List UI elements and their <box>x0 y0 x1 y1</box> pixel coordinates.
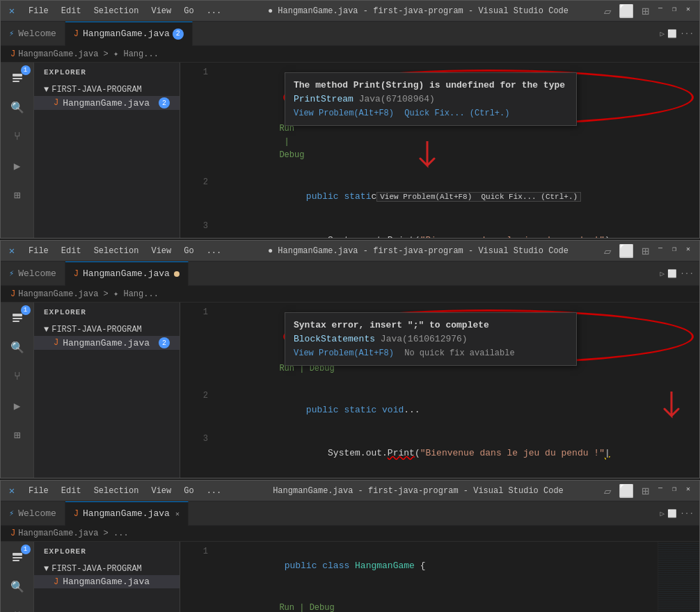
method-rest: cView Problem(Alt+F8) Quick Fix... (Ctrl… <box>371 191 581 202</box>
tab-welcome-1[interactable]: ⚡ Welcome <box>1 22 65 46</box>
editor-area-2[interactable]: 1 public class Hang... Run | Debug 2 <box>180 303 699 478</box>
editor-area-1[interactable]: 1 public class Hang... Run | Debug <box>180 63 699 238</box>
tab-hangman-3[interactable]: J HangmanGame.java ✕ <box>65 501 189 526</box>
menu-view[interactable]: View <box>145 5 177 17</box>
tab-hangman-1[interactable]: J HangmanGame.java 2 <box>65 22 193 46</box>
classname-3: HangmanGame <box>355 561 420 571</box>
editor-area-3[interactable]: 1 public class HangmanGame { Run | Debug… <box>180 542 699 612</box>
tooltip-links-2[interactable]: View Problem(Alt+F8) No quick fix availa… <box>294 347 568 360</box>
debug-hint-3[interactable]: Debug <box>310 603 335 612</box>
code-line-1-3: 3 System.out.Print("Bienvenue dans le je… <box>180 219 699 238</box>
menu-more-2[interactable]: ... <box>201 245 228 257</box>
maximize-button-2[interactable]: ❐ <box>669 243 680 255</box>
sidebar-item-hangman-3[interactable]: J HangmanGame.java <box>34 575 180 588</box>
debug-icon[interactable]: ▶ <box>7 156 28 177</box>
search-icon-3[interactable]: 🔍 <box>7 577 28 597</box>
sidebar-badge-2: 2 <box>159 337 170 348</box>
layout-icons-2: ▱ ⬜ ⊞ <box>604 243 649 259</box>
menu-bar-2[interactable]: File Edit Selection View Go ... <box>23 245 227 257</box>
more-action-2[interactable]: ··· <box>680 269 694 277</box>
code-content-3: System.out.Print("Bienvenue dans le jeu … <box>219 219 697 238</box>
debug-icon-2[interactable]: ▶ <box>7 396 28 417</box>
more-action[interactable]: ··· <box>680 29 694 38</box>
split-action-3[interactable]: ⬜ <box>667 509 677 518</box>
menu-view-2[interactable]: View <box>145 245 177 257</box>
extensions-icon-2[interactable]: ⊞ <box>7 425 28 446</box>
run-action-2[interactable]: ▷ <box>660 269 665 278</box>
minimize-button[interactable]: ─ <box>655 3 666 15</box>
tooltip-popup-2: Syntax error, insert ";" to complete Blo… <box>285 312 577 366</box>
menu-view-3[interactable]: View <box>145 485 177 497</box>
print-args-2: ( <box>415 448 420 458</box>
menu-selection-2[interactable]: Selection <box>88 245 145 257</box>
tab-close-3[interactable]: ✕ <box>175 510 180 518</box>
search-icon[interactable]: 🔍 <box>7 97 28 118</box>
tab-actions-1: ▷ ⬜ ··· <box>660 29 699 38</box>
layout-icons: ▱ ⬜ ⊞ <box>604 3 649 19</box>
layout-3: 1 🔍 ⑂ ▶ ⊞ EXPLORER ▼ FIRST-JAVA-PROGRAM … <box>1 542 699 612</box>
explorer-icon[interactable]: 1 <box>7 68 28 89</box>
menu-file-3[interactable]: File <box>23 485 54 497</box>
sidebar-item-hangman[interactable]: J HangmanGame.java 2 <box>34 96 180 110</box>
window-controls-3: ▱ ⬜ ⊞ ─ ❐ ✕ <box>604 483 694 499</box>
breadcrumb-1: J HangmanGame.java > ✦ Hang... <box>1 46 699 63</box>
menu-selection[interactable]: Selection <box>88 5 145 17</box>
run-action[interactable]: ▷ <box>660 29 665 38</box>
tab-bar-3: ⚡ Welcome J HangmanGame.java ✕ ▷ ⬜ ··· <box>1 501 699 526</box>
tab-welcome-3[interactable]: ⚡ Welcome <box>1 501 65 526</box>
window-controls-2: ▱ ⬜ ⊞ ─ ❐ ✕ <box>604 243 694 259</box>
split-action-2[interactable]: ⬜ <box>667 269 677 278</box>
git-icon-3[interactable]: ⑂ <box>7 606 28 612</box>
close-button-2[interactable]: ✕ <box>683 243 694 255</box>
menu-bar-3[interactable]: File Edit Selection View Go ... <box>23 485 227 497</box>
debug-hint[interactable]: Debug <box>279 150 304 160</box>
menu-edit-2[interactable]: Edit <box>56 245 87 257</box>
close-button-3[interactable]: ✕ <box>683 483 694 494</box>
maximize-button-3[interactable]: ❐ <box>669 483 680 494</box>
layout-icons-3: ▱ ⬜ ⊞ <box>604 483 649 499</box>
tooltip-title-2: Syntax error, insert ";" to complete <box>294 319 568 332</box>
split-action[interactable]: ⬜ <box>667 29 677 38</box>
menu-edit-3[interactable]: Edit <box>56 485 87 497</box>
run-debug-hint-3[interactable]: Run | Debug <box>219 588 697 612</box>
menu-go[interactable]: Go <box>178 5 199 17</box>
menu-selection-3[interactable]: Selection <box>88 485 145 497</box>
sys-out-2: System.out. <box>285 448 388 458</box>
view-problem-link-2[interactable]: View Problem(Alt+F8) <box>294 348 394 358</box>
minimize-button-3[interactable]: ─ <box>655 483 666 494</box>
run-action-3[interactable]: ▷ <box>660 509 665 518</box>
menu-file-2[interactable]: File <box>23 245 54 257</box>
explorer-icon-3[interactable]: 1 <box>7 547 28 568</box>
line-num-1: 1 <box>183 66 208 79</box>
run-hint-3[interactable]: Run <box>279 603 294 612</box>
menu-bar-1[interactable]: File Edit Selection View Go ... <box>23 5 227 17</box>
extensions-icon[interactable]: ⊞ <box>7 185 28 206</box>
tab-welcome-2[interactable]: ⚡ Welcome <box>1 261 65 286</box>
sidebar-badge: 2 <box>159 97 170 108</box>
tab-hangman-2[interactable]: J HangmanGame.java <box>65 261 189 286</box>
project-title-2[interactable]: ▼ FIRST-JAVA-PROGRAM <box>34 323 180 336</box>
maximize-button[interactable]: ❐ <box>669 3 680 15</box>
minimize-button-2[interactable]: ─ <box>655 243 666 255</box>
explorer-icon-2[interactable]: 1 <box>7 308 28 329</box>
view-problem-link[interactable]: View Problem(Alt+F8) <box>294 108 394 118</box>
menu-go-2[interactable]: Go <box>178 245 199 257</box>
menu-go-3[interactable]: Go <box>178 485 199 497</box>
sidebar-item-hangman-2[interactable]: J HangmanGame.java 2 <box>34 336 180 350</box>
quick-fix-link[interactable]: Quick Fix... (Ctrl+.) <box>404 108 509 118</box>
more-action-3[interactable]: ··· <box>680 509 694 517</box>
project-title-3[interactable]: ▼ FIRST-JAVA-PROGRAM <box>34 563 180 575</box>
menu-more[interactable]: ... <box>201 5 228 17</box>
vscode-icon-3: ✕ <box>6 485 17 497</box>
menu-file[interactable]: File <box>23 5 54 17</box>
tab-hangman-label: HangmanGame.java <box>83 29 170 39</box>
menu-edit[interactable]: Edit <box>56 5 87 17</box>
line-num-2-4: 4 <box>183 476 208 478</box>
menu-more-3[interactable]: ... <box>201 485 228 497</box>
project-title[interactable]: ▼ FIRST-JAVA-PROGRAM <box>34 83 180 96</box>
close-button[interactable]: ✕ <box>683 3 694 15</box>
git-icon[interactable]: ⑂ <box>7 127 28 147</box>
search-icon-2[interactable]: 🔍 <box>7 337 28 358</box>
git-icon-2[interactable]: ⑂ <box>7 367 28 387</box>
tooltip-links-1[interactable]: View Problem(Alt+F8) Quick Fix... (Ctrl+… <box>294 107 568 120</box>
